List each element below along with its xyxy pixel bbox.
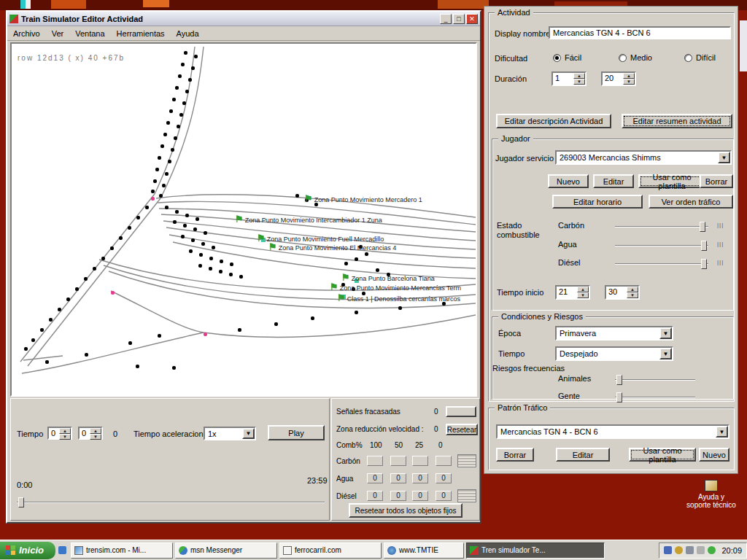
track-node[interactable] [295, 194, 299, 198]
start-button[interactable]: Inicio [0, 542, 55, 559]
route-map-viewport[interactable]: row 12d13 ( x) 40 +67b ⚑Zona Punto Movim… [10, 42, 477, 397]
track-node[interactable] [185, 90, 189, 93]
diesel-slider-thumb[interactable] [701, 259, 707, 269]
carbon-slider-thumb[interactable] [700, 222, 705, 232]
waypoint-flag[interactable]: ⚑Class 1 | Denossilba cercanías marcos [337, 292, 460, 303]
editar-resumen-button[interactable]: Editar resumen actividad [622, 114, 732, 128]
track-node[interactable] [24, 347, 28, 351]
menu-ver[interactable]: Ver [46, 28, 70, 39]
timeline-slider[interactable] [17, 501, 325, 504]
chevron-down-icon[interactable]: ▼ [242, 428, 255, 439]
track-node[interactable] [193, 228, 197, 231]
track-node[interactable] [158, 156, 161, 160]
track-node[interactable] [158, 334, 161, 338]
jugador-borrar-button[interactable]: Borrar [700, 174, 733, 188]
volume-icon[interactable] [697, 546, 705, 554]
chevron-down-icon[interactable]: ▼ [718, 152, 730, 163]
taskbar-task-ferrocarril[interactable]: ferrocarril.com [279, 542, 382, 559]
track-node[interactable] [199, 253, 203, 257]
network-icon[interactable] [686, 546, 694, 554]
track-node[interactable] [181, 235, 185, 238]
track-node[interactable] [151, 190, 155, 193]
track-node[interactable] [398, 306, 402, 310]
track-node[interactable] [274, 322, 278, 326]
track-node[interactable] [175, 210, 179, 214]
duracion-hours-spinner[interactable]: 1 ▲▼ [551, 71, 587, 86]
track-node[interactable] [196, 217, 199, 221]
track-node[interactable] [162, 184, 166, 187]
chevron-down-icon[interactable]: ▼ [659, 327, 672, 339]
agua-slider-thumb[interactable] [701, 241, 707, 251]
track-node[interactable] [171, 148, 174, 152]
waypoint-flag[interactable]: ⚑Zona Punto Movimiento Mercadero 1 [304, 193, 422, 204]
track-node[interactable] [185, 214, 189, 217]
menu-archivo[interactable]: Archivo [7, 28, 46, 39]
track-node[interactable] [136, 216, 140, 219]
track-node[interactable] [201, 242, 205, 246]
track-node[interactable] [188, 78, 192, 82]
senales-reset-button[interactable] [446, 406, 476, 417]
jugador-servicio-dropdown[interactable]: 269003 Mercancias Shimms ▼ [555, 150, 732, 165]
track-node[interactable] [85, 353, 88, 357]
diesel-scrollbar[interactable] [457, 489, 476, 502]
menu-ayuda[interactable]: Ayuda [171, 28, 205, 39]
tiempo-inicio-hours-spinner[interactable]: 21 ▲▼ [555, 285, 590, 300]
track-node[interactable] [183, 224, 187, 228]
track-node[interactable] [174, 136, 177, 140]
quick-launch-icon[interactable] [58, 546, 66, 554]
track-node[interactable] [169, 109, 173, 113]
jugador-editar-button[interactable]: Editar [593, 174, 634, 188]
track-node[interactable] [165, 206, 169, 209]
track-node[interactable] [230, 262, 233, 266]
play-button[interactable]: Play [268, 425, 325, 440]
track-node[interactable] [194, 55, 198, 58]
track-node[interactable] [204, 231, 207, 235]
track-node[interactable] [160, 144, 164, 148]
track-node[interactable] [209, 267, 212, 271]
messenger-tray-icon[interactable] [708, 546, 716, 554]
chevron-down-icon[interactable]: ▼ [659, 348, 672, 359]
taskbar-task-trensim[interactable]: trensim.com - Mi... [71, 542, 173, 559]
animales-slider-thumb[interactable] [616, 375, 622, 385]
track-node[interactable] [45, 360, 49, 364]
track-node[interactable] [177, 125, 180, 128]
track-node[interactable] [175, 86, 179, 90]
diesel-slider[interactable] [615, 263, 708, 265]
animales-slider[interactable] [615, 379, 695, 381]
display-nombre-input[interactable]: Mercancias TGN 4 - BCN 6 [549, 26, 731, 39]
track-node[interactable] [145, 206, 149, 209]
track-node[interactable] [238, 328, 241, 332]
track-node[interactable] [184, 51, 187, 55]
taskbar-task-web[interactable]: www.TMTIE [384, 542, 464, 559]
carbon-scrollbar[interactable] [457, 454, 476, 467]
track-node[interactable] [191, 238, 195, 242]
epoca-dropdown[interactable]: Primavera ▼ [555, 326, 673, 341]
track-node[interactable] [165, 172, 169, 176]
track-node[interactable] [163, 133, 167, 136]
tiempo-clima-dropdown[interactable]: Despejado ▼ [555, 346, 673, 361]
track-node[interactable] [344, 262, 348, 265]
spinner-arrows[interactable]: ▲▼ [623, 73, 635, 85]
tiempo-h-spinner[interactable]: 0 ▲▼ [47, 427, 72, 440]
track-node[interactable] [229, 273, 233, 276]
duracion-minutes-spinner[interactable]: 20 ▲▼ [601, 71, 636, 86]
track-node[interactable] [153, 179, 157, 183]
track-node[interactable] [66, 298, 70, 301]
track-node-selected[interactable] [204, 332, 207, 336]
spinner-arrows[interactable]: ▲▼ [577, 287, 589, 298]
track-node[interactable] [159, 194, 163, 198]
radio-facil[interactable]: Fácil [553, 53, 581, 62]
track-node[interactable] [178, 74, 182, 78]
maximize-button[interactable]: □ [453, 14, 465, 24]
patron-plantilla-button[interactable]: Usar como plantilla [629, 448, 696, 462]
gente-slider-thumb[interactable] [616, 392, 622, 402]
track-node[interactable] [365, 252, 368, 256]
menu-ventana[interactable]: Ventana [69, 28, 110, 39]
track-node[interactable] [119, 236, 123, 240]
tiempo-m-spinner[interactable]: 0 ▲▼ [78, 427, 103, 440]
spinner-arrows[interactable]: ▲▼ [90, 428, 101, 438]
tiempo-inicio-minutes-spinner[interactable]: 30 ▲▼ [605, 285, 640, 300]
track-node[interactable] [189, 249, 193, 253]
track-node[interactable] [355, 311, 358, 314]
patron-editar-button[interactable]: Editar [556, 448, 610, 462]
